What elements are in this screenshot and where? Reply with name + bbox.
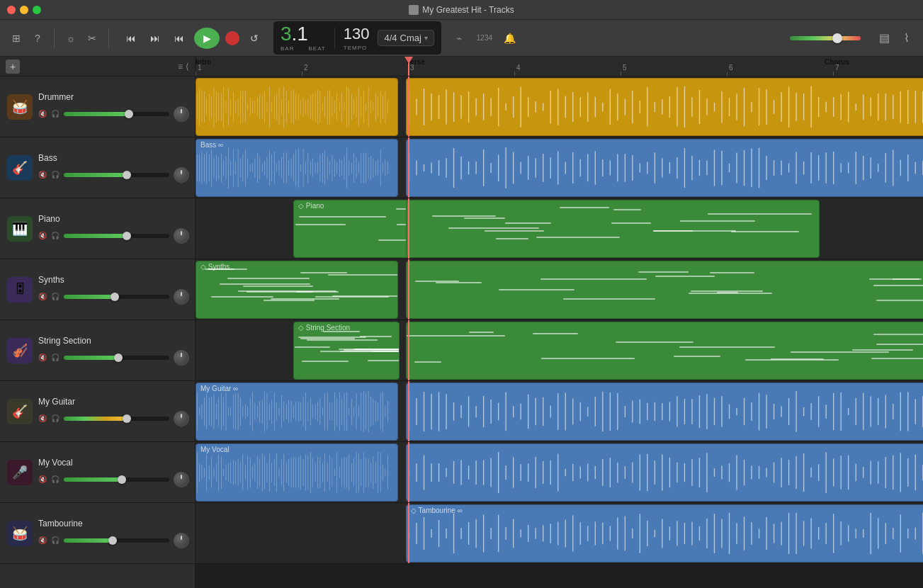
- rewind-button[interactable]: ⏮: [122, 30, 140, 46]
- segment-bass-0[interactable]: Bass ∞: [196, 139, 398, 197]
- pan-knob-drummer[interactable]: [174, 106, 189, 122]
- track-fader-my-guitar[interactable]: [64, 417, 169, 421]
- close-button[interactable]: [7, 6, 16, 14]
- headphones-icon-bass[interactable]: 🎧: [51, 171, 60, 179]
- window-controls[interactable]: [7, 6, 41, 14]
- track-row-drummer[interactable]: 🥁 Drummer 🔇 🎧: [0, 77, 195, 137]
- time-sig-key-display[interactable]: 4/4 Cmaj ▾: [378, 30, 434, 46]
- mute-icon-my-vocal[interactable]: 🔇: [38, 475, 47, 483]
- track-controls-bass: 🔇 🎧: [38, 167, 189, 183]
- track-row-bass[interactable]: 🎸 Bass 🔇 🎧: [0, 137, 195, 198]
- metronome-icon[interactable]: 🔔: [502, 30, 518, 46]
- pan-knob-my-vocal[interactable]: [174, 472, 189, 487]
- fader-thumb-drummer[interactable]: [125, 110, 133, 118]
- track-name-piano: Piano: [38, 214, 189, 224]
- tuner-icon[interactable]: ⌁: [451, 30, 467, 46]
- help-icon[interactable]: ?: [30, 30, 45, 46]
- track-controls-piano: 🔇 🎧: [38, 228, 189, 244]
- segment-my-guitar-0[interactable]: My Guitar ∞: [196, 383, 398, 441]
- track-icon-drummer: 🥁: [7, 94, 33, 120]
- track-list-options-icon[interactable]: ≡: [178, 62, 183, 72]
- segment-drummer-1[interactable]: [406, 78, 923, 136]
- scissors-icon[interactable]: ✂: [84, 30, 100, 46]
- fader-thumb-tambourine[interactable]: [108, 536, 117, 545]
- pan-knob-piano[interactable]: [174, 228, 189, 244]
- segment-synths-1[interactable]: Synths: [406, 261, 923, 319]
- track-list-collapse-icon[interactable]: ⟨: [186, 62, 189, 72]
- fader-thumb-my-guitar[interactable]: [123, 414, 131, 423]
- playhead-triangle: [404, 57, 413, 64]
- pan-knob-bass[interactable]: [174, 167, 189, 183]
- toolbar-divider-2: [108, 28, 109, 48]
- segment-label-tambourine-0: ◇ Tambourine ∞: [411, 507, 463, 514]
- pan-knob-string-section[interactable]: [174, 350, 189, 366]
- mute-icon-synths[interactable]: 🔇: [38, 293, 47, 300]
- play-button[interactable]: ▶: [194, 28, 220, 49]
- headphones-icon-my-guitar[interactable]: 🎧: [51, 414, 60, 422]
- minimize-button[interactable]: [20, 6, 28, 14]
- playhead-ruler: [408, 57, 409, 76]
- track-fader-my-vocal[interactable]: [64, 477, 169, 482]
- segment-my-vocal-1[interactable]: My Vocal: [406, 443, 923, 502]
- library-icon[interactable]: ⊞: [9, 30, 24, 46]
- waveform-container: [407, 79, 923, 135]
- track-fader-bass[interactable]: [64, 173, 169, 177]
- segment-piano-1[interactable]: [406, 200, 820, 258]
- mute-icon-drummer[interactable]: 🔇: [38, 110, 47, 118]
- headphones-icon-piano[interactable]: 🎧: [51, 232, 60, 239]
- track-fader-piano[interactable]: [64, 234, 169, 238]
- segment-bass-1[interactable]: Bass ∞: [406, 139, 923, 197]
- segment-label-my-guitar-0: My Guitar ∞: [200, 385, 238, 392]
- track-row-tambourine[interactable]: 🥁 Tambourine 🔇 🎧: [0, 503, 195, 564]
- headphones-icon-tambourine[interactable]: 🎧: [51, 536, 60, 544]
- track-row-string-section[interactable]: 🎻 String Section 🔇 🎧: [0, 320, 195, 381]
- count-in-icon[interactable]: 1234: [477, 30, 492, 46]
- fader-thumb-bass[interactable]: [123, 171, 131, 179]
- record-button[interactable]: [225, 31, 239, 45]
- volume-slider[interactable]: [790, 36, 861, 40]
- volume-thumb[interactable]: [832, 33, 842, 43]
- track-row-my-guitar[interactable]: 🎸 My Guitar 🔇 🎧: [0, 381, 195, 442]
- segment-string-section-1[interactable]: [406, 322, 923, 380]
- mute-icon-bass[interactable]: 🔇: [38, 171, 47, 179]
- segment-my-vocal-0[interactable]: My Vocal: [196, 443, 398, 502]
- pan-knob-my-guitar[interactable]: [174, 411, 189, 426]
- fader-thumb-piano[interactable]: [123, 232, 131, 240]
- mute-icon-string-section[interactable]: 🔇: [38, 354, 47, 361]
- smart-controls-icon[interactable]: ☼: [63, 30, 79, 46]
- fader-thumb-my-vocal[interactable]: [118, 475, 126, 484]
- mute-icon-tambourine[interactable]: 🔇: [38, 536, 47, 544]
- headphones-icon-synths[interactable]: 🎧: [51, 293, 60, 300]
- bar-beat-display: 3.1 BAR BEAT: [281, 24, 326, 52]
- toolbar: ⊞ ? ☼ ✂ ⏮ ⏭ ⏮ ▶ ↺ 3.1 BAR BEAT 130 TEMPO: [0, 20, 923, 57]
- track-row-synths[interactable]: 🎛 Synths 🔇 🎧: [0, 259, 195, 320]
- headphones-icon-drummer[interactable]: 🎧: [51, 110, 60, 118]
- cycle-button[interactable]: ↺: [245, 30, 264, 46]
- segment-synths-0[interactable]: ◇ Synths: [196, 261, 398, 319]
- track-fader-synths[interactable]: [64, 295, 169, 299]
- track-fader-string-section[interactable]: [64, 356, 169, 360]
- track-row-my-vocal[interactable]: 🎤 My Vocal 🔇 🎧: [0, 442, 195, 503]
- fast-forward-button[interactable]: ⏭: [146, 30, 164, 46]
- fader-thumb-synths[interactable]: [111, 293, 119, 301]
- pan-knob-synths[interactable]: [174, 289, 189, 305]
- track-row-piano[interactable]: 🎹 Piano 🔇 🎧: [0, 198, 195, 259]
- mute-icon-piano[interactable]: 🔇: [38, 232, 47, 239]
- mute-icon-my-guitar[interactable]: 🔇: [38, 414, 47, 422]
- segment-drummer-0[interactable]: [196, 78, 398, 136]
- track-fader-drummer[interactable]: [64, 112, 169, 116]
- track-fader-tambourine[interactable]: [64, 538, 169, 543]
- fader-thumb-string-section[interactable]: [114, 354, 123, 362]
- headphones-icon-string-section[interactable]: 🎧: [51, 354, 60, 361]
- smart-controls-right-icon[interactable]: ⌇: [899, 30, 914, 46]
- ruler-tick-5: 5: [621, 64, 627, 76]
- pan-knob-tambourine[interactable]: [174, 533, 189, 548]
- segment-tambourine-0[interactable]: ◇ Tambourine ∞: [406, 504, 923, 562]
- add-track-button[interactable]: +: [6, 60, 20, 74]
- mixer-icon[interactable]: ▤: [876, 30, 892, 46]
- segment-my-guitar-1[interactable]: My Guitar ∞: [406, 383, 923, 441]
- headphones-icon-my-vocal[interactable]: 🎧: [51, 475, 60, 483]
- segment-string-section-0[interactable]: ◇ String Section: [293, 322, 400, 380]
- maximize-button[interactable]: [33, 6, 41, 14]
- skip-to-start-button[interactable]: ⏮: [170, 30, 188, 46]
